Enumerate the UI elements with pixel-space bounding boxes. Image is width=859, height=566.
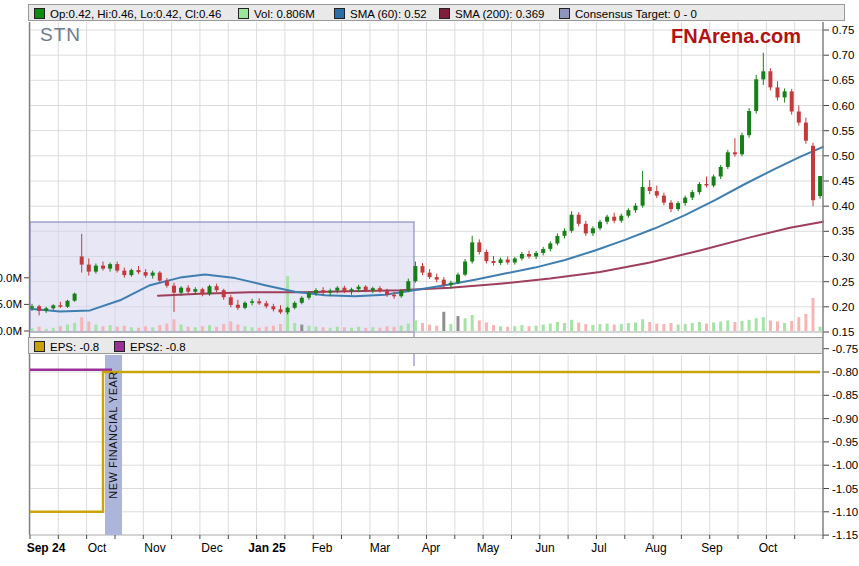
svg-text:0.35: 0.35 xyxy=(832,225,854,237)
legend-sma60-label: SMA (60): 0.52 xyxy=(350,8,427,20)
legend-volume: Vol: 0.806M xyxy=(238,6,315,21)
legend-ohlc-label: Op:0.42, Hi:0.46, Lo:0.42, Cl:0.46 xyxy=(50,8,221,20)
svg-text:Dec: Dec xyxy=(201,541,222,555)
svg-text:0.25: 0.25 xyxy=(832,276,854,288)
legend-eps2-label: EPS2: -0.8 xyxy=(130,341,186,353)
svg-text:Jun: Jun xyxy=(535,541,554,555)
svg-text:0.55: 0.55 xyxy=(832,125,854,137)
legend-sma200-swatch xyxy=(439,8,450,19)
svg-text:Apr: Apr xyxy=(422,541,441,555)
site-logo[interactable]: FNArena.com xyxy=(671,25,801,48)
stock-chart-canvas: 0.750.700.650.600.550.500.450.400.350.30… xyxy=(0,0,859,566)
svg-text:0.60: 0.60 xyxy=(832,100,854,112)
svg-text:-1.15: -1.15 xyxy=(832,529,858,541)
legend-eps-swatch xyxy=(34,341,45,352)
legend-consensus-target-label: Consensus Target: 0 - 0 xyxy=(575,8,697,20)
svg-text:10.0M: 10.0M xyxy=(0,272,22,284)
legend-volume-swatch xyxy=(238,8,249,19)
svg-text:May: May xyxy=(477,541,500,555)
svg-text:0.50: 0.50 xyxy=(832,150,854,162)
svg-text:0.30: 0.30 xyxy=(832,251,854,263)
svg-text:Aug: Aug xyxy=(645,541,666,555)
svg-text:0.45: 0.45 xyxy=(832,175,854,187)
svg-text:Jul: Jul xyxy=(591,541,606,555)
svg-text:-0.85: -0.85 xyxy=(832,389,858,401)
legend-volume-label: Vol: 0.806M xyxy=(254,8,315,20)
svg-text:-1.10: -1.10 xyxy=(832,506,858,518)
legend-consensus-target-swatch xyxy=(559,8,570,19)
legend-eps2: EPS2: -0.8 xyxy=(114,339,186,354)
svg-text:0.70: 0.70 xyxy=(832,49,854,61)
svg-text:5.0M: 5.0M xyxy=(0,298,22,310)
svg-text:0.40: 0.40 xyxy=(832,200,854,212)
svg-text:Nov: Nov xyxy=(144,541,165,555)
price-legend-bar: Op:0.42, Hi:0.46, Lo:0.42, Cl:0.46Vol: 0… xyxy=(28,4,845,21)
legend-sma200-label: SMA (200): 0.369 xyxy=(455,8,545,20)
svg-text:-1.00: -1.00 xyxy=(832,459,858,471)
eps-legend-bar: EPS: -0.8EPS2: -0.8 xyxy=(28,337,823,354)
svg-text:Sep: Sep xyxy=(701,541,723,555)
legend-eps-label: EPS: -0.8 xyxy=(50,341,99,353)
legend-eps2-swatch xyxy=(114,341,125,352)
svg-text:-0.75: -0.75 xyxy=(832,343,858,355)
svg-text:Oct: Oct xyxy=(88,541,107,555)
svg-text:-0.90: -0.90 xyxy=(832,413,858,425)
svg-text:Sep 24: Sep 24 xyxy=(27,541,66,555)
legend-sma60-swatch xyxy=(334,8,345,19)
svg-text:Mar: Mar xyxy=(370,541,391,555)
svg-text:0.65: 0.65 xyxy=(832,74,854,86)
svg-text:Oct: Oct xyxy=(759,541,778,555)
legend-consensus-target: Consensus Target: 0 - 0 xyxy=(559,6,697,21)
svg-text:-0.80: -0.80 xyxy=(832,366,858,378)
legend-eps: EPS: -0.8 xyxy=(34,339,99,354)
svg-text:0.15: 0.15 xyxy=(832,326,854,338)
svg-text:Feb: Feb xyxy=(312,541,333,555)
svg-text:-0.95: -0.95 xyxy=(832,436,858,448)
legend-ohlc-swatch xyxy=(34,8,45,19)
legend-sma200: SMA (200): 0.369 xyxy=(439,6,545,21)
svg-text:Jan 25: Jan 25 xyxy=(248,541,286,555)
stock-chart-page: 0.750.700.650.600.550.500.450.400.350.30… xyxy=(0,0,859,566)
ticker-label: STN xyxy=(40,24,81,46)
svg-text:-1.05: -1.05 xyxy=(832,483,858,495)
svg-text:0.0M: 0.0M xyxy=(0,325,22,337)
legend-sma60: SMA (60): 0.52 xyxy=(334,6,427,21)
svg-text:0.20: 0.20 xyxy=(832,301,854,313)
legend-ohlc: Op:0.42, Hi:0.46, Lo:0.42, Cl:0.46 xyxy=(34,6,221,21)
svg-text:0.75: 0.75 xyxy=(832,24,854,36)
